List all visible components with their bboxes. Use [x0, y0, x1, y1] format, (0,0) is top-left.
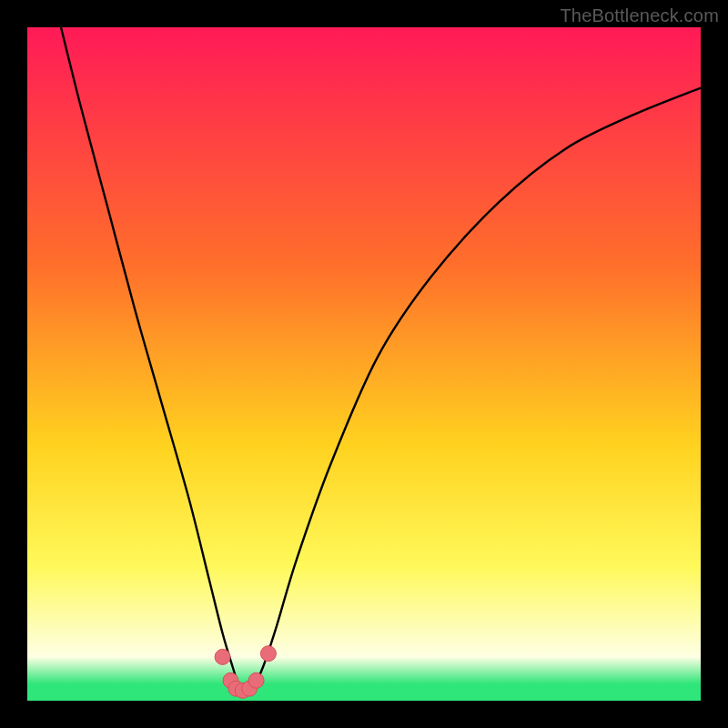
- watermark-text: TheBottleneck.com: [560, 5, 719, 26]
- marker-dot: [260, 646, 276, 662]
- gradient-background: [27, 27, 701, 701]
- marker-dot: [215, 649, 230, 664]
- chart-frame: TheBottleneck.com: [0, 0, 728, 728]
- bottleneck-chart: [27, 27, 701, 701]
- plot-area: [27, 27, 701, 701]
- marker-dot: [248, 672, 264, 688]
